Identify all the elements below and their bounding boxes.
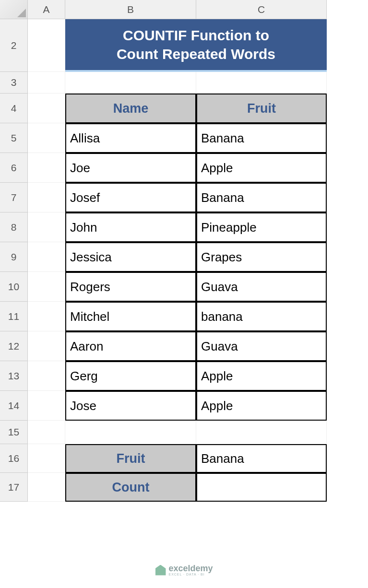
table-cell-fruit-5[interactable]: Guava — [196, 272, 327, 302]
watermark: exceldemy EXCEL · DATA · BI — [155, 564, 213, 576]
cell-a3[interactable] — [28, 72, 65, 94]
row-header-5[interactable]: 5 — [0, 123, 28, 153]
row-header-14[interactable]: 14 — [0, 391, 28, 421]
table-cell-name-6[interactable]: Mitchel — [65, 302, 196, 331]
table-cell-name-2[interactable]: Josef — [65, 183, 196, 212]
cell-a11[interactable] — [28, 302, 65, 331]
summary-count-label[interactable]: Count — [65, 473, 196, 502]
table-cell-fruit-3[interactable]: Pineapple — [196, 212, 327, 242]
cell-a17[interactable] — [28, 473, 65, 502]
row-header-9[interactable]: 9 — [0, 242, 28, 272]
row-header-12[interactable]: 12 — [0, 331, 28, 361]
cell-c15[interactable] — [196, 421, 327, 444]
table-cell-name-3[interactable]: John — [65, 212, 196, 242]
row-header-7[interactable]: 7 — [0, 183, 28, 212]
cell-a10[interactable] — [28, 272, 65, 302]
summary-fruit-label[interactable]: Fruit — [65, 444, 196, 473]
title-banner[interactable]: COUNTIF Function to Count Repeated Words — [65, 19, 327, 72]
select-all-corner[interactable] — [0, 0, 28, 19]
cell-a9[interactable] — [28, 242, 65, 272]
table-cell-name-4[interactable]: Jessica — [65, 242, 196, 272]
cell-a6[interactable] — [28, 153, 65, 183]
row-header-15[interactable]: 15 — [0, 421, 28, 444]
table-cell-name-9[interactable]: Jose — [65, 391, 196, 421]
cell-c3[interactable] — [196, 72, 327, 94]
table-cell-name-7[interactable]: Aaron — [65, 331, 196, 361]
watermark-text: exceldemy EXCEL · DATA · BI — [168, 564, 213, 576]
table-cell-fruit-0[interactable]: Banana — [196, 123, 327, 153]
row-header-17[interactable]: 17 — [0, 473, 28, 502]
row-header-3[interactable]: 3 — [0, 72, 28, 94]
table-cell-fruit-2[interactable]: Banana — [196, 183, 327, 212]
table-cell-name-5[interactable]: Rogers — [65, 272, 196, 302]
row-header-13[interactable]: 13 — [0, 361, 28, 391]
row-header-16[interactable]: 16 — [0, 444, 28, 473]
cell-a8[interactable] — [28, 212, 65, 242]
title-line1: COUNTIF Function to — [123, 26, 269, 45]
col-header-a[interactable]: A — [28, 0, 65, 19]
col-header-c[interactable]: C — [196, 0, 327, 19]
row-header-10[interactable]: 10 — [0, 272, 28, 302]
summary-count-value[interactable] — [196, 473, 327, 502]
row-header-2[interactable]: 2 — [0, 19, 28, 72]
table-cell-name-1[interactable]: Joe — [65, 153, 196, 183]
cell-a16[interactable] — [28, 444, 65, 473]
table-cell-fruit-9[interactable]: Apple — [196, 391, 327, 421]
watermark-logo-icon — [155, 565, 166, 576]
table-header-name[interactable]: Name — [65, 94, 196, 123]
row-header-8[interactable]: 8 — [0, 212, 28, 242]
watermark-sub: EXCEL · DATA · BI — [168, 573, 213, 576]
table-cell-fruit-6[interactable]: banana — [196, 302, 327, 331]
cell-a5[interactable] — [28, 123, 65, 153]
summary-fruit-value[interactable]: Banana — [196, 444, 327, 473]
table-cell-fruit-8[interactable]: Apple — [196, 361, 327, 391]
watermark-main: exceldemy — [168, 564, 213, 573]
col-header-b[interactable]: B — [65, 0, 196, 19]
cell-a15[interactable] — [28, 421, 65, 444]
cell-a4[interactable] — [28, 94, 65, 123]
row-header-4[interactable]: 4 — [0, 94, 28, 123]
cell-a13[interactable] — [28, 361, 65, 391]
table-cell-fruit-4[interactable]: Grapes — [196, 242, 327, 272]
cell-a7[interactable] — [28, 183, 65, 212]
table-header-fruit[interactable]: Fruit — [196, 94, 327, 123]
cell-a14[interactable] — [28, 391, 65, 421]
cell-b3[interactable] — [65, 72, 196, 94]
table-cell-fruit-1[interactable]: Apple — [196, 153, 327, 183]
row-header-6[interactable]: 6 — [0, 153, 28, 183]
row-header-11[interactable]: 11 — [0, 302, 28, 331]
cell-a2[interactable] — [28, 19, 65, 72]
title-line2: Count Repeated Words — [117, 45, 275, 63]
cell-a12[interactable] — [28, 331, 65, 361]
spreadsheet-grid: A B C 2 COUNTIF Function to Count Repeat… — [0, 0, 368, 502]
table-cell-name-8[interactable]: Gerg — [65, 361, 196, 391]
table-cell-fruit-7[interactable]: Guava — [196, 331, 327, 361]
cell-b15[interactable] — [65, 421, 196, 444]
table-cell-name-0[interactable]: Allisa — [65, 123, 196, 153]
